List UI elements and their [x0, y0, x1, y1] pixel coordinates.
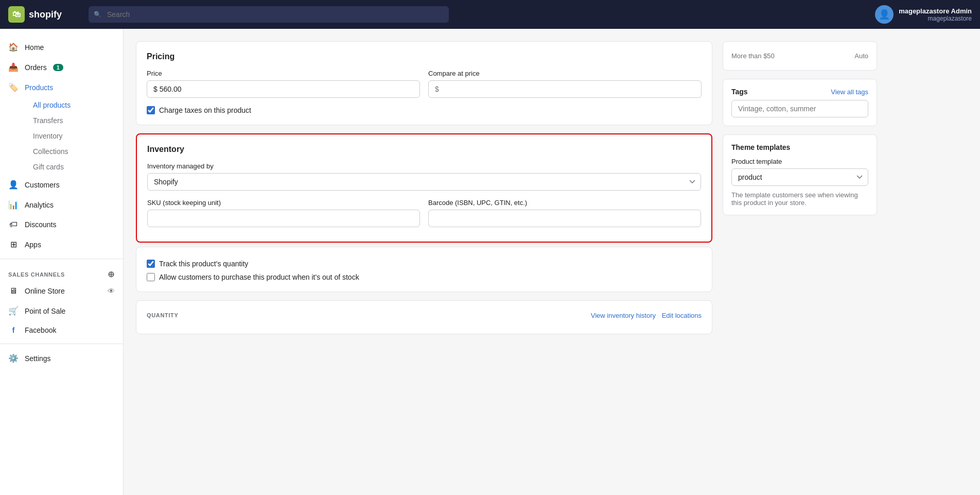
products-submenu: All products Transfers Inventory Collect… [0, 97, 123, 175]
products-icon: 🏷️ [8, 82, 19, 92]
sidebar-label-online-store: Online Store [25, 287, 65, 295]
sku-input[interactable] [147, 210, 420, 227]
sidebar-item-apps[interactable]: ⊞ Apps [0, 234, 123, 254]
price-input[interactable] [147, 80, 420, 98]
sidebar-sub-gift-cards[interactable]: Gift cards [25, 159, 123, 175]
top-navigation: 🛍 shopify 👤 mageplazastore Admin magepla… [0, 0, 980, 29]
sidebar-item-home[interactable]: 🏠 Home [0, 37, 123, 57]
sidebar-item-online-store[interactable]: 🖥 Online Store 👁 [0, 281, 123, 301]
price-label: Price [147, 70, 420, 77]
compare-price-input[interactable] [428, 80, 702, 98]
sidebar-label-customers: Customers [25, 181, 60, 189]
inventory-title: Inventory [147, 145, 701, 154]
sidebar-item-facebook[interactable]: f Facebook [0, 321, 123, 339]
sku-label: SKU (stock keeping unit) [147, 199, 420, 207]
logo-text: shopify [29, 9, 62, 20]
theme-templates-title: Theme templates [731, 143, 868, 151]
inventory-managed-select[interactable]: Shopify Don't track inventory [147, 173, 701, 191]
track-quantity-row: Track this product's quantity [147, 260, 702, 268]
sales-channels-label: SALES CHANNELS [8, 271, 65, 278]
view-all-tags-button[interactable]: View all tags [831, 88, 868, 96]
barcode-field-group: Barcode (ISBN, UPC, GTIN, etc.) [428, 199, 701, 227]
allow-purchase-label: Allow customers to purchase this product… [159, 273, 359, 281]
add-sales-channel-button[interactable]: ⊕ [108, 269, 115, 279]
sidebar-item-discounts[interactable]: 🏷 Discounts [0, 215, 123, 234]
search-container [89, 6, 449, 23]
logo-bag-icon: 🛍 [8, 6, 25, 23]
sidebar-label-products: Products [25, 83, 53, 92]
price-field-group: Price [147, 70, 420, 98]
sidebar-label-facebook: Facebook [25, 326, 56, 334]
sidebar-item-products[interactable]: 🏷️ Products [0, 77, 123, 97]
quantity-title: QUANTITY [147, 312, 179, 318]
facebook-icon: f [8, 326, 19, 334]
orders-icon: 📥 [8, 62, 19, 72]
user-store: mageplazastore [899, 15, 972, 22]
quantity-header: QUANTITY View inventory history Edit loc… [147, 311, 702, 319]
allow-purchase-row: Allow customers to purchase this product… [147, 273, 702, 281]
customers-icon: 👤 [8, 180, 19, 190]
user-menu[interactable]: 👤 mageplazastore Admin mageplazastore [875, 5, 972, 24]
charge-taxes-label: Charge taxes on this product [159, 106, 251, 114]
inventory-managed-row: Inventory managed by Shopify Don't track… [147, 162, 701, 191]
stock-options-card: Track this product's quantity Allow cust… [136, 247, 712, 292]
tags-header: Tags View all tags [731, 88, 868, 96]
sidebar-item-settings[interactable]: ⚙️ Settings [0, 348, 123, 368]
pricing-card: Pricing Price Compare at price C [136, 41, 712, 125]
sku-field-group: SKU (stock keeping unit) [147, 199, 420, 227]
pricing-title: Pricing [147, 52, 702, 61]
more-than-row: More than $50 Auto [731, 50, 868, 62]
tags-input[interactable] [731, 100, 868, 117]
sidebar-item-orders[interactable]: 📥 Orders 1 [0, 57, 123, 77]
quantity-card: QUANTITY View inventory history Edit loc… [136, 300, 712, 334]
orders-badge: 1 [53, 64, 63, 71]
eye-icon[interactable]: 👁 [108, 287, 115, 295]
sidebar-label-home: Home [25, 43, 44, 52]
search-input[interactable] [89, 6, 449, 23]
theme-templates-card: Theme templates Product template product… [723, 134, 877, 215]
edit-locations-button[interactable]: Edit locations [662, 312, 702, 319]
sidebar-label-apps: Apps [25, 241, 41, 249]
barcode-input[interactable] [428, 210, 701, 227]
sidebar-label-point-of-sale: Point of Sale [25, 307, 65, 315]
sidebar-label-analytics: Analytics [25, 201, 54, 209]
discounts-icon: 🏷 [8, 220, 19, 229]
sidebar-sub-collections[interactable]: Collections [25, 144, 123, 159]
sidebar-sub-all-products[interactable]: All products [25, 97, 123, 113]
sidebar-item-point-of-sale[interactable]: 🛒 Point of Sale [0, 301, 123, 321]
quantity-actions: View inventory history Edit locations [591, 311, 702, 319]
barcode-label: Barcode (ISBN, UPC, GTIN, etc.) [428, 199, 701, 207]
template-description: The template customers see when viewing … [731, 191, 868, 207]
charge-taxes-row: Charge taxes on this product [147, 106, 702, 114]
home-icon: 🏠 [8, 42, 19, 52]
track-quantity-label: Track this product's quantity [159, 260, 248, 268]
inventory-card: Inventory Inventory managed by Shopify D… [136, 133, 712, 243]
sidebar: 🏠 Home 📥 Orders 1 🏷️ Products All produc… [0, 29, 124, 495]
tags-title: Tags [731, 88, 748, 96]
online-store-icon: 🖥 [8, 286, 19, 296]
sidebar-item-customers[interactable]: 👤 Customers [0, 175, 123, 195]
view-inventory-history-button[interactable]: View inventory history [591, 312, 656, 319]
sidebar-sub-inventory[interactable]: Inventory [25, 128, 123, 144]
compare-price-label: Compare at price [428, 70, 702, 77]
sales-channels-section: SALES CHANNELS ⊕ [0, 263, 123, 281]
more-than-value: Auto [854, 52, 868, 60]
inventory-managed-label: Inventory managed by [147, 162, 701, 170]
allow-purchase-checkbox[interactable] [147, 273, 155, 281]
product-template-select[interactable]: product [731, 168, 868, 186]
charge-taxes-checkbox[interactable] [147, 106, 155, 114]
apps-icon: ⊞ [8, 240, 19, 249]
avatar: 👤 [875, 5, 894, 24]
shopify-logo: 🛍 shopify [8, 6, 80, 23]
divider [0, 259, 123, 259]
sidebar-item-analytics[interactable]: 📊 Analytics [0, 195, 123, 215]
tags-card: Tags View all tags [723, 79, 877, 126]
sidebar-sub-transfers[interactable]: Transfers [25, 113, 123, 128]
user-info: mageplazastore Admin mageplazastore [899, 7, 972, 22]
main-content: Pricing Price Compare at price C [124, 29, 980, 495]
settings-icon: ⚙️ [8, 353, 19, 363]
track-quantity-checkbox[interactable] [147, 260, 155, 268]
product-template-label: Product template [731, 158, 868, 165]
divider-2 [0, 344, 123, 344]
sidebar-label-settings: Settings [25, 354, 51, 363]
